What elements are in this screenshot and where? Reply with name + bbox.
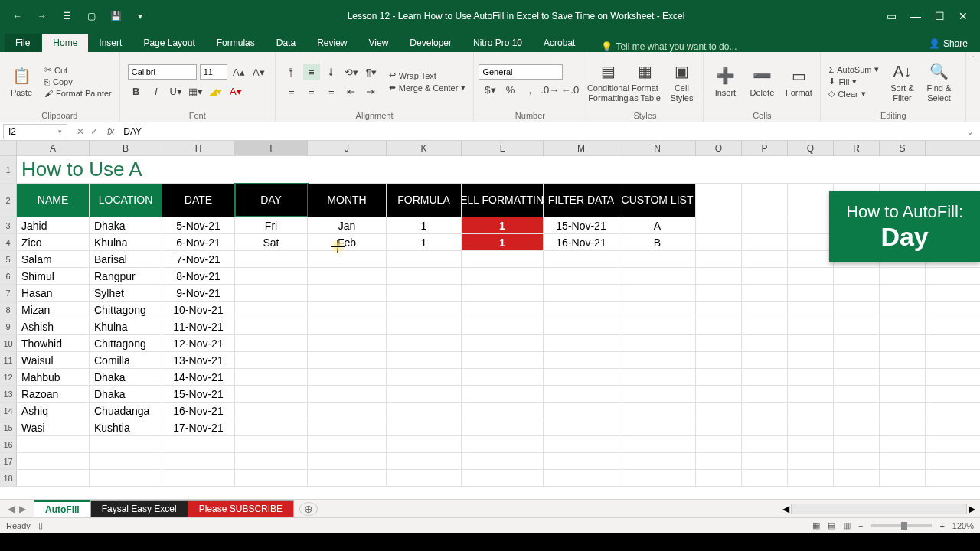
tab-data[interactable]: Data: [266, 34, 306, 52]
select-all-corner[interactable]: [0, 141, 17, 155]
cell-J11[interactable]: [308, 352, 387, 368]
cell-H9[interactable]: 11-Nov-21: [162, 318, 235, 334]
cell-M9[interactable]: [544, 318, 619, 334]
cell-L6[interactable]: [462, 268, 544, 284]
header-A[interactable]: NAME: [17, 184, 90, 217]
cell-H3[interactable]: 5-Nov-21: [162, 217, 235, 233]
cell-M11[interactable]: [544, 352, 619, 368]
new-sheet-button[interactable]: ⊕: [299, 502, 318, 516]
col-header-K[interactable]: K: [387, 141, 462, 155]
cell-O4[interactable]: [696, 234, 742, 250]
autosum-button[interactable]: ΣAutoSum ▾: [825, 64, 882, 75]
cell-A5[interactable]: Salam: [17, 251, 90, 267]
cell-J16[interactable]: [308, 436, 387, 452]
cell-A9[interactable]: Ashish: [17, 318, 90, 334]
header-O[interactable]: [696, 184, 742, 217]
cell-M13[interactable]: [544, 386, 619, 402]
sort-filter-button[interactable]: A↓Sort & Filter: [885, 57, 919, 107]
minimize-icon[interactable]: —: [910, 10, 921, 22]
cell-J4[interactable]: Feb: [308, 234, 387, 250]
col-header-B[interactable]: B: [90, 141, 162, 155]
col-header-P[interactable]: P: [742, 141, 788, 155]
arrow-right-icon[interactable]: →: [35, 9, 49, 23]
cell-I11[interactable]: [235, 352, 308, 368]
cell-P16[interactable]: [742, 436, 788, 452]
cell-B15[interactable]: Kushtia: [90, 419, 162, 435]
cell-Q12[interactable]: [788, 369, 834, 385]
cell-L18[interactable]: [462, 470, 544, 486]
copy-button[interactable]: ⎘Copy: [41, 77, 115, 87]
cell-I17[interactable]: [235, 453, 308, 469]
cell-B13[interactable]: Dhaka: [90, 386, 162, 402]
cell-J7[interactable]: [308, 285, 387, 301]
cell-H7[interactable]: 9-Nov-21: [162, 285, 235, 301]
sheet-tab-subscribe[interactable]: Please SUBSCRIBE: [188, 500, 294, 517]
align-left-icon[interactable]: ≡: [283, 83, 300, 99]
cell-M18[interactable]: [544, 470, 619, 486]
cell-S6[interactable]: [880, 268, 926, 284]
header-H[interactable]: DATE: [162, 184, 235, 217]
font-size-input[interactable]: [200, 64, 227, 80]
cell-N3[interactable]: A: [619, 217, 696, 233]
cell-Q18[interactable]: [788, 470, 834, 486]
cell-I14[interactable]: [235, 403, 308, 419]
cell-A12[interactable]: Mahbub: [17, 369, 90, 385]
header-K[interactable]: FORMULA: [387, 184, 462, 217]
cell-K8[interactable]: [387, 302, 462, 318]
cell-K7[interactable]: [387, 285, 462, 301]
find-select-button[interactable]: 🔍Find & Select: [922, 57, 956, 107]
currency-icon[interactable]: $▾: [482, 81, 498, 98]
cell-M7[interactable]: [544, 285, 619, 301]
cell-K6[interactable]: [387, 268, 462, 284]
decrease-decimal-icon[interactable]: ←.0: [561, 81, 578, 98]
cell-O11[interactable]: [696, 352, 742, 368]
tab-file[interactable]: File: [5, 34, 41, 52]
row-header[interactable]: 16: [0, 436, 17, 452]
cell-S15[interactable]: [880, 419, 926, 435]
scroll-right-icon[interactable]: ▶: [969, 504, 975, 514]
cell-R14[interactable]: [834, 403, 880, 419]
comma-icon[interactable]: ,: [521, 81, 538, 98]
cell-Q11[interactable]: [788, 352, 834, 368]
insert-cells-button[interactable]: ➕Insert: [708, 57, 742, 107]
align-center-icon[interactable]: ≡: [303, 83, 320, 99]
header-P[interactable]: [742, 184, 788, 217]
cell-Q3[interactable]: [788, 217, 834, 233]
col-header-L[interactable]: L: [462, 141, 544, 155]
tab-developer[interactable]: Developer: [399, 34, 462, 52]
cell-J18[interactable]: [308, 470, 387, 486]
cell-K14[interactable]: [387, 403, 462, 419]
cell-L13[interactable]: [462, 386, 544, 402]
cell-Q14[interactable]: [788, 403, 834, 419]
cell-B8[interactable]: Chittagong: [90, 302, 162, 318]
cell-B16[interactable]: [90, 436, 162, 452]
cell[interactable]: [462, 156, 544, 183]
cell-J12[interactable]: [308, 369, 387, 385]
cell-P15[interactable]: [742, 419, 788, 435]
cell-R17[interactable]: [834, 453, 880, 469]
cell-M15[interactable]: [544, 419, 619, 435]
cell-J10[interactable]: [308, 335, 387, 351]
cell-S12[interactable]: [880, 369, 926, 385]
cell-K11[interactable]: [387, 352, 462, 368]
header-N[interactable]: CUSTOM LIST: [619, 184, 696, 217]
cancel-formula-icon[interactable]: ✕: [77, 126, 84, 137]
cell-R18[interactable]: [834, 470, 880, 486]
cell-O16[interactable]: [696, 436, 742, 452]
cell-P6[interactable]: [742, 268, 788, 284]
cell-styles-button[interactable]: ▣Cell Styles: [665, 57, 698, 107]
cell-A11[interactable]: Waisul: [17, 352, 90, 368]
cell-I3[interactable]: Fri: [235, 217, 308, 233]
cell-P13[interactable]: [742, 386, 788, 402]
cell-J14[interactable]: [308, 403, 387, 419]
cell-Q15[interactable]: [788, 419, 834, 435]
bold-button[interactable]: B: [128, 83, 145, 99]
header-L[interactable]: CELL FORMATTING: [462, 184, 544, 217]
cell-O13[interactable]: [696, 386, 742, 402]
cell-K17[interactable]: [387, 453, 462, 469]
cell-I7[interactable]: [235, 285, 308, 301]
cell-H13[interactable]: 15-Nov-21: [162, 386, 235, 402]
cell-N7[interactable]: [619, 285, 696, 301]
fx-icon[interactable]: fx: [104, 126, 117, 137]
cell-B9[interactable]: Khulna: [90, 318, 162, 334]
